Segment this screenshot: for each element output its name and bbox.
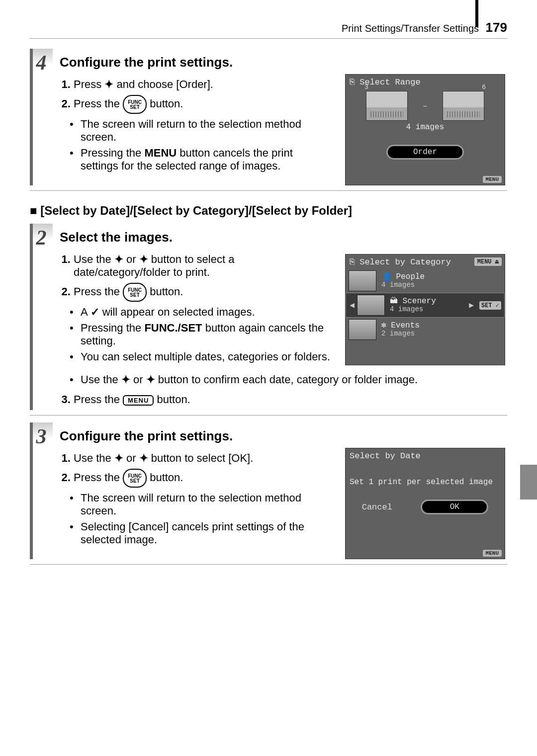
range-count: 4 images [346, 122, 505, 136]
breadcrumb: Print Settings/Transfer Settings [342, 23, 479, 34]
right-arrow-icon: ✦ [146, 373, 155, 386]
cancel-label: Cancel [362, 500, 392, 514]
edge-tab [520, 465, 537, 500]
ok-button: OK [421, 500, 488, 514]
left-arrow-icon: ✦ [121, 373, 130, 386]
category-row: 👤 People 4 images [346, 269, 505, 293]
right-arrow-icon: ▶ [468, 300, 474, 310]
menu-back-badge: MENU [483, 176, 502, 183]
note: A ✓ will appear on selected images. [74, 306, 330, 319]
right-arrow-icon: ✦ [139, 452, 148, 464]
instruction-list: Press ✦ and choose [Order]. Press the FU… [60, 78, 330, 114]
step-number: 3 [30, 422, 53, 450]
divider [30, 190, 507, 191]
instruction: Press the FUNCSET button. [74, 469, 330, 488]
menu-badge: MENU ⏏ [474, 257, 502, 266]
page-header: Print Settings/Transfer Settings 179 [30, 20, 507, 39]
divider [30, 415, 507, 416]
note-list: The screen will return to the selection … [60, 118, 330, 172]
category-row: ✻ Events 2 images [346, 318, 505, 341]
confirm-message: Set 1 print per selected image [346, 463, 505, 496]
instruction: Press the FUNCSET button. [74, 283, 330, 302]
step-number: 2 [30, 224, 53, 252]
note: Selecting [Cancel] cancels print setting… [74, 520, 330, 546]
down-arrow-icon: ✦ [104, 78, 113, 90]
camera-screen-select-range: ⎘ Select Range 3 – 6 4 images Order MENU [345, 74, 505, 185]
step-number: 4 [30, 49, 53, 77]
instruction: Press the FUNCSET button. [74, 95, 330, 114]
note: You can select multiple dates, categorie… [74, 350, 330, 363]
note: The screen will return to the selection … [74, 118, 330, 144]
func-set-icon: FUNCSET [123, 95, 147, 114]
up-arrow-icon: ✦ [114, 253, 123, 265]
note: The screen will return to the selection … [74, 492, 330, 517]
step-4: 4 Configure the print settings. Press ✦ … [30, 49, 507, 185]
func-set-icon: FUNCSET [123, 469, 147, 488]
instruction-list: Use the ✦ or ✦ button to select a date/c… [60, 253, 330, 302]
order-button: Order [386, 145, 464, 160]
set-check-badge: SET ✓ [479, 301, 501, 310]
step-title: Configure the print settings. [60, 422, 507, 448]
camera-screen-confirm: Select by Date Set 1 print per selected … [345, 448, 505, 559]
note-list: Use the ✦ or ✦ button to confirm each da… [60, 373, 507, 386]
step-3: 3 Configure the print settings. Use the … [30, 422, 507, 559]
note: Use the ✦ or ✦ button to confirm each da… [74, 373, 507, 386]
instruction: Press ✦ and choose [Order]. [74, 78, 330, 91]
page-number: 179 [486, 20, 507, 35]
left-arrow-icon: ✦ [114, 452, 123, 464]
note-list: A ✓ will appear on selected images. Pres… [60, 306, 330, 363]
instruction: Press the MENU button. [74, 393, 507, 406]
note: Pressing the MENU button cancels the pri… [74, 147, 330, 172]
note: Pressing the FUNC./SET button again canc… [74, 322, 330, 347]
category-row-selected: ◀ 🏔 Scenery 4 images ▶ SET ✓ [346, 293, 505, 318]
instruction-list: Press the MENU button. [60, 393, 507, 406]
menu-button-icon: MENU [123, 395, 154, 406]
manual-page: Print Settings/Transfer Settings 179 4 C… [0, 0, 537, 601]
step-title: Configure the print settings. [60, 49, 507, 74]
camera-screen-select-category: ⎘ Select by Category MENU ⏏ 👤 People 4 i… [345, 254, 505, 365]
checkmark-icon: ✓ [90, 306, 99, 318]
divider [30, 564, 507, 565]
section-heading: ■ [Select by Date]/[Select by Category]/… [30, 204, 507, 218]
func-set-icon: FUNCSET [123, 283, 147, 302]
note-list: The screen will return to the selection … [60, 492, 330, 546]
instruction: Use the ✦ or ✦ button to select [OK]. [74, 452, 330, 465]
instruction-list: Use the ✦ or ✦ button to select [OK]. Pr… [60, 452, 330, 488]
instruction: Use the ✦ or ✦ button to select a date/c… [74, 253, 330, 279]
down-arrow-icon: ✦ [139, 253, 148, 265]
step-title: Select the images. [60, 224, 507, 249]
menu-back-badge: MENU [483, 550, 502, 557]
left-arrow-icon: ◀ [349, 300, 355, 310]
step-2: 2 Select the images. Use the ✦ or ✦ butt… [30, 224, 507, 410]
